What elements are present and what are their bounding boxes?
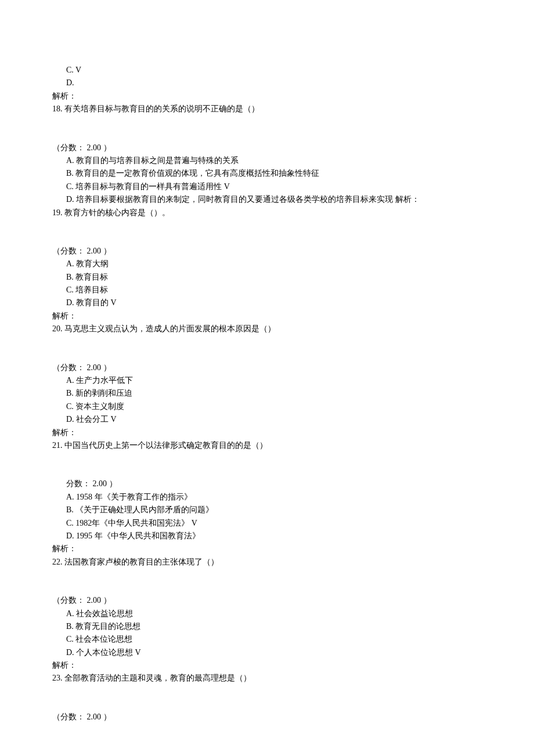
blank-line xyxy=(52,569,482,594)
text-line: C. 资本主义制度 xyxy=(52,400,482,413)
text-line: C. 培养目标与教育目的一样具有普遍适用性 V xyxy=(52,180,482,193)
text-line: 解析： xyxy=(52,659,482,672)
text-line: A. 1958 年《关于教育工作的指示》 xyxy=(52,491,482,504)
text-line: B. 《关于正确处理人民内部矛盾的问题》 xyxy=(52,504,482,516)
text-line: 分数： 2.00 ） xyxy=(52,478,482,490)
text-line: 21. 中国当代历史上第一个以法律形式确定教育目的的是（） xyxy=(52,439,482,452)
text-line: C. V xyxy=(52,64,482,77)
text-line: D. 1995 年《中华人民共和国教育法》 xyxy=(52,530,482,542)
text-line: （分数： 2.00 ） xyxy=(52,594,482,607)
text-line: 解析： xyxy=(52,542,482,555)
text-line: C. 1982年《中华人民共和国宪法》 V xyxy=(52,517,482,530)
text-line: 22. 法国教育家卢梭的教育目的主张体现了（） xyxy=(52,556,482,569)
text-line: 18. 有关培养目标与教育目的的关系的说明不正确的是（） xyxy=(52,103,482,115)
text-line: （分数： 2.00 ） xyxy=(52,711,482,724)
text-line: （分数： 2.00 ） xyxy=(52,245,482,258)
text-line: A. 教育目的与培养目标之间是普遍与特殊的关系 xyxy=(52,154,482,167)
blank-line xyxy=(52,116,482,142)
text-line: B. 教育目的是一定教育价值观的体现，它具有高度概括性和抽象性特征 xyxy=(52,167,482,180)
blank-line xyxy=(52,219,482,245)
text-line: 解析： xyxy=(52,426,482,439)
blank-line xyxy=(52,685,482,711)
text-line: B. 新的剥削和压迫 xyxy=(52,387,482,400)
text-line: 19. 教育方针的核心内容是（）。 xyxy=(52,207,482,219)
text-line: A. 生产力水平低下 xyxy=(52,374,482,387)
blank-line xyxy=(52,336,482,361)
text-line: D. 社会分工 V xyxy=(52,413,482,426)
text-line: B. 教育无目的论思想 xyxy=(52,620,482,633)
text-line: 20. 马克思主义观点认为，造成人的片面发展的根本原因是（） xyxy=(52,323,482,335)
text-line: C. 培养目标 xyxy=(52,284,482,296)
text-line: 23. 全部教育活动的主题和灵魂，教育的最高理想是（） xyxy=(52,672,482,685)
text-line: D. 培养目标要根据教育目的来制定，同时教育目的又要通过各级各类学校的培养目标来… xyxy=(52,193,482,206)
text-line: D. xyxy=(52,77,482,89)
text-line: 解析： xyxy=(52,310,482,323)
text-line: A. 教育大纲 xyxy=(52,258,482,270)
text-line: B. 教育目标 xyxy=(52,271,482,284)
text-line: A. 社会效益论思想 xyxy=(52,607,482,620)
document-page: C. VD.解析：18. 有关培养目标与教育目的的关系的说明不正确的是（）（分数… xyxy=(0,0,534,756)
text-line: 解析： xyxy=(52,90,482,103)
text-line: （分数： 2.00 ） xyxy=(52,361,482,374)
text-line: D. 个人本位论思想 V xyxy=(52,646,482,659)
text-line: D. 教育目的 V xyxy=(52,296,482,309)
blank-line xyxy=(52,452,482,478)
text-line: （分数： 2.00 ） xyxy=(52,142,482,154)
text-line: C. 社会本位论思想 xyxy=(52,633,482,646)
